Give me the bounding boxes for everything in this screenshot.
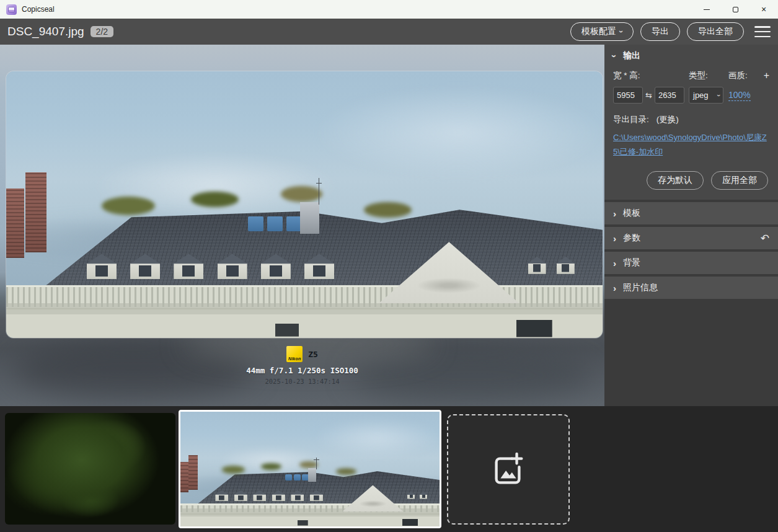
brick-tower bbox=[25, 172, 47, 252]
photo-canvas bbox=[6, 71, 603, 338]
save-default-button[interactable]: 存为默认 bbox=[647, 171, 704, 190]
balustrade bbox=[180, 503, 440, 513]
brick-tower bbox=[180, 462, 188, 492]
rooftop-unit bbox=[267, 216, 283, 231]
photo-preview-area: Nikon Z5 44mm f/7.1 1/250s ISO100 2025-1… bbox=[0, 45, 604, 406]
quality-label: 画质: bbox=[728, 70, 748, 81]
toolbar: DSC_9407.jpg 2/2 模板配置 › 导出 导出全部 bbox=[0, 19, 778, 45]
section-params[interactable]: › 参数 ↶ bbox=[604, 227, 778, 249]
type-label: 类型: bbox=[689, 70, 728, 81]
rooftop-vegetation bbox=[222, 466, 245, 474]
watermark-camera-model: Z5 bbox=[308, 350, 318, 359]
export-button[interactable]: 导出 bbox=[640, 22, 680, 41]
building-wall bbox=[6, 308, 603, 338]
rooftop-unit bbox=[248, 216, 263, 231]
watermark-exif-params: 44mm f/7.1 1/250s ISO100 bbox=[0, 366, 604, 375]
settings-sidebar: › 输出 宽 * 高: 类型: 画质: + ⇆ bbox=[604, 45, 778, 406]
maximize-button[interactable] bbox=[721, 0, 749, 19]
chevron-down-icon: › bbox=[715, 94, 721, 96]
cloud-shape bbox=[315, 419, 440, 458]
app-icon bbox=[6, 4, 17, 15]
height-input[interactable] bbox=[655, 87, 684, 104]
menu-button[interactable] bbox=[754, 26, 771, 37]
apply-all-button[interactable]: 应用全部 bbox=[711, 171, 768, 190]
rooftop-photo bbox=[6, 71, 603, 338]
app-window: Copicseal × DSC_9407.jpg 2/2 模板配置 › 导出 导… bbox=[0, 0, 778, 532]
output-panel: › 输出 宽 * 高: 类型: 画质: + ⇆ bbox=[604, 45, 778, 200]
chevron-right-icon: › bbox=[613, 283, 616, 293]
current-filename: DSC_9407.jpg bbox=[7, 25, 84, 38]
export-dir-path-link[interactable]: C:\Users\wood\SynologyDrive\Photo\尼康Z5\已… bbox=[613, 130, 769, 159]
brick-tower bbox=[188, 455, 198, 490]
rooftop-unit bbox=[294, 474, 301, 481]
change-dir-link[interactable]: (更换) bbox=[656, 114, 679, 125]
chevron-right-icon: › bbox=[613, 209, 616, 218]
brick-tower bbox=[6, 188, 24, 258]
minimize-button[interactable] bbox=[692, 0, 721, 19]
nikon-logo-icon: Nikon bbox=[286, 346, 303, 362]
file-type-select[interactable]: jpeg › bbox=[689, 87, 723, 104]
width-input[interactable] bbox=[613, 87, 643, 104]
building-wall bbox=[180, 513, 440, 526]
thumbnail-tree-photo[interactable] bbox=[5, 413, 175, 525]
section-photo-info[interactable]: › 照片信息 bbox=[604, 277, 778, 299]
chevron-down-icon: › bbox=[617, 30, 625, 33]
export-all-button[interactable]: 导出全部 bbox=[687, 22, 744, 41]
rooftop-vegetation bbox=[364, 202, 412, 218]
maximize-icon bbox=[733, 7, 738, 12]
chimney bbox=[308, 468, 316, 482]
chimney bbox=[300, 202, 319, 234]
minimize-icon bbox=[704, 9, 710, 10]
size-label: 宽 * 高: bbox=[613, 70, 689, 81]
rooftop-photo bbox=[180, 412, 440, 526]
close-icon: × bbox=[761, 5, 766, 14]
quality-value-link[interactable]: 100% bbox=[728, 90, 751, 101]
rooftop-unit bbox=[285, 474, 292, 481]
section-header-output[interactable]: › 输出 bbox=[613, 50, 769, 61]
chevron-right-icon: › bbox=[613, 234, 616, 243]
rooftop-vegetation bbox=[336, 468, 356, 475]
antenna bbox=[319, 178, 319, 205]
section-template[interactable]: › 模板 bbox=[604, 202, 778, 224]
hamburger-icon bbox=[754, 26, 771, 28]
thumbnail-roof-photo-selected[interactable] bbox=[179, 410, 441, 528]
close-button[interactable]: × bbox=[749, 0, 778, 19]
cloud-shape bbox=[316, 87, 603, 178]
rooftop-vegetation bbox=[191, 192, 239, 208]
window-title: Copicseal bbox=[22, 5, 55, 14]
rooftop-vegetation bbox=[281, 186, 322, 202]
export-dir-label: 导出目录: bbox=[613, 114, 649, 125]
watermark-overlay: Nikon Z5 44mm f/7.1 1/250s ISO100 2025-1… bbox=[0, 338, 604, 385]
watermark-datetime: 2025-10-23 13:47:14 bbox=[0, 378, 604, 385]
section-background[interactable]: › 背景 bbox=[604, 252, 778, 274]
undo-icon[interactable]: ↶ bbox=[761, 233, 769, 244]
filmstrip bbox=[0, 406, 778, 532]
swap-dimensions-icon[interactable]: ⇆ bbox=[645, 91, 652, 100]
chevron-right-icon: › bbox=[613, 259, 616, 268]
rooftop-vegetation bbox=[299, 461, 317, 468]
titlebar: Copicseal × bbox=[0, 0, 778, 19]
balustrade bbox=[6, 285, 603, 309]
add-image-icon bbox=[489, 450, 528, 489]
add-photo-button[interactable] bbox=[447, 414, 570, 525]
template-config-button[interactable]: 模板配置 › bbox=[570, 22, 634, 41]
chevron-down-icon: › bbox=[610, 55, 619, 58]
antenna bbox=[316, 458, 317, 469]
add-output-icon[interactable]: + bbox=[764, 71, 769, 81]
photo-counter-badge: 2/2 bbox=[91, 26, 113, 37]
